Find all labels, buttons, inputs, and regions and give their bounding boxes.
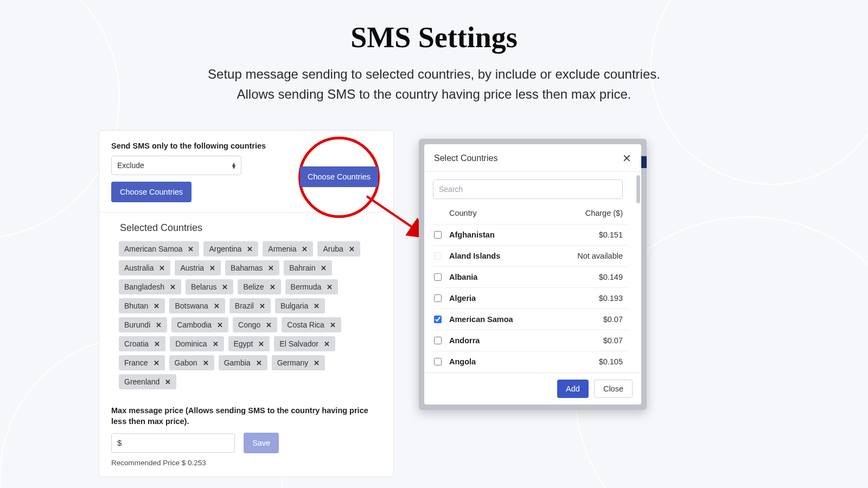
remove-icon[interactable]: ✕: [302, 245, 308, 253]
chip-label: Croatia: [124, 339, 149, 348]
remove-icon[interactable]: ✕: [165, 378, 171, 386]
remove-icon[interactable]: ✕: [203, 359, 209, 367]
country-name: Afghanistan: [449, 230, 563, 239]
chip-label: Congo: [238, 320, 260, 329]
country-name: American Samoa: [449, 315, 563, 324]
country-search-input[interactable]: Search: [433, 179, 623, 199]
max-price-input[interactable]: $: [111, 433, 235, 453]
country-chip: Egypt✕: [228, 336, 270, 351]
country-checkbox[interactable]: [434, 273, 442, 281]
country-name: Angola: [449, 357, 563, 366]
chip-label: Cambodia: [177, 320, 212, 329]
chip-label: Bahrain: [289, 264, 315, 272]
table-row: Algeria$0.193: [433, 287, 628, 309]
country-checkbox[interactable]: [434, 358, 442, 365]
chip-label: Austria: [180, 264, 204, 272]
country-chip: El Salvador✕: [274, 336, 335, 351]
country-chip: Belarus✕: [186, 279, 233, 294]
chip-label: Bhutan: [124, 301, 148, 310]
country-name: Albania: [449, 273, 563, 281]
max-price-label: Max message price (Allows sending SMS to…: [111, 406, 381, 427]
country-checkbox[interactable]: [434, 337, 442, 344]
select-countries-modal: Select Countries ✕ Search Country Charge…: [419, 139, 647, 410]
country-charge: $0.149: [563, 273, 628, 281]
country-checkbox[interactable]: [434, 316, 442, 323]
add-button[interactable]: Add: [557, 380, 589, 398]
remove-icon[interactable]: ✕: [321, 264, 327, 272]
chip-label: Greenland: [124, 377, 159, 386]
country-chip: Greenland✕: [119, 374, 176, 389]
country-checkbox[interactable]: [434, 294, 442, 302]
remove-icon[interactable]: ✕: [247, 245, 253, 253]
country-charge: $0.105: [563, 357, 628, 366]
page-subtitle: Setup message sending to selected countr…: [0, 64, 868, 104]
table-row: Albania$0.149: [433, 266, 628, 287]
country-chip: Cambodia✕: [171, 317, 228, 332]
chip-label: Bahamas: [231, 264, 263, 272]
remove-icon[interactable]: ✕: [209, 264, 215, 272]
background-strip: [641, 156, 647, 168]
country-table: Country Charge ($) Afghanistan$0.151Alan…: [433, 202, 628, 366]
country-charge: $0.07: [563, 315, 628, 324]
remove-icon[interactable]: ✕: [217, 321, 223, 329]
table-row: Andorra$0.07: [433, 330, 628, 351]
table-row: Aland IslandsNot available: [433, 245, 628, 266]
country-chip: Bhutan✕: [119, 298, 165, 313]
remove-icon[interactable]: ✕: [324, 340, 330, 348]
scrollbar-thumb[interactable]: [636, 175, 640, 203]
remove-icon[interactable]: ✕: [258, 340, 264, 348]
country-charge: $0.151: [563, 230, 628, 239]
remove-icon[interactable]: ✕: [314, 302, 320, 310]
save-button[interactable]: Save: [244, 433, 279, 453]
remove-icon[interactable]: ✕: [349, 245, 355, 253]
remove-icon[interactable]: ✕: [268, 264, 274, 272]
remove-icon[interactable]: ✕: [214, 302, 220, 310]
close-icon[interactable]: ✕: [622, 153, 631, 164]
country-checkbox[interactable]: [434, 231, 442, 239]
chip-label: France: [124, 358, 148, 367]
chip-label: El Salvador: [279, 339, 318, 348]
country-chip: Australia✕: [119, 260, 170, 275]
remove-icon[interactable]: ✕: [327, 283, 333, 291]
remove-icon[interactable]: ✕: [222, 283, 228, 291]
table-row: American Samoa$0.07: [433, 309, 628, 330]
remove-icon[interactable]: ✕: [170, 283, 176, 291]
remove-icon[interactable]: ✕: [259, 302, 265, 310]
chip-label: Germany: [277, 358, 309, 367]
country-chip: Bahamas✕: [225, 260, 279, 275]
mode-select[interactable]: Exclude ▴▾: [111, 156, 241, 175]
chip-label: Bangladesh: [124, 282, 164, 291]
mode-select-value: Exclude: [117, 161, 144, 170]
chip-label: Botswana: [175, 301, 208, 310]
remove-icon[interactable]: ✕: [314, 359, 320, 367]
chip-label: Burundi: [124, 320, 150, 329]
country-name: Algeria: [449, 294, 563, 303]
chip-label: Argentina: [209, 245, 241, 253]
chip-label: Belarus: [191, 282, 216, 291]
chip-label: Aruba: [323, 245, 343, 253]
choose-countries-button-highlighted[interactable]: Choose Countries: [300, 166, 378, 187]
remove-icon[interactable]: ✕: [270, 283, 276, 291]
chip-label: Dominica: [175, 339, 207, 348]
remove-icon[interactable]: ✕: [156, 321, 162, 329]
remove-icon[interactable]: ✕: [154, 302, 159, 310]
remove-icon[interactable]: ✕: [256, 359, 262, 367]
remove-icon[interactable]: ✕: [330, 321, 336, 329]
close-button[interactable]: Close: [594, 380, 633, 398]
caret-icon: ▴▾: [232, 162, 235, 169]
country-chip: Bahrain✕: [284, 260, 332, 275]
table-row: Angola$0.105: [433, 351, 628, 366]
choose-countries-button[interactable]: Choose Countries: [111, 182, 192, 202]
country-chip: Armenia✕: [263, 241, 313, 256]
remove-icon[interactable]: ✕: [159, 264, 165, 272]
chip-label: Belize: [243, 282, 264, 291]
remove-icon[interactable]: ✕: [188, 245, 194, 253]
table-row: Afghanistan$0.151: [433, 224, 628, 245]
chip-label: Costa Rica: [287, 320, 324, 329]
remove-icon[interactable]: ✕: [213, 340, 219, 348]
remove-icon[interactable]: ✕: [266, 321, 272, 329]
remove-icon[interactable]: ✕: [154, 340, 160, 348]
country-chip: Aruba✕: [317, 241, 360, 256]
country-chip: Costa Rica✕: [282, 317, 341, 332]
remove-icon[interactable]: ✕: [154, 359, 159, 367]
